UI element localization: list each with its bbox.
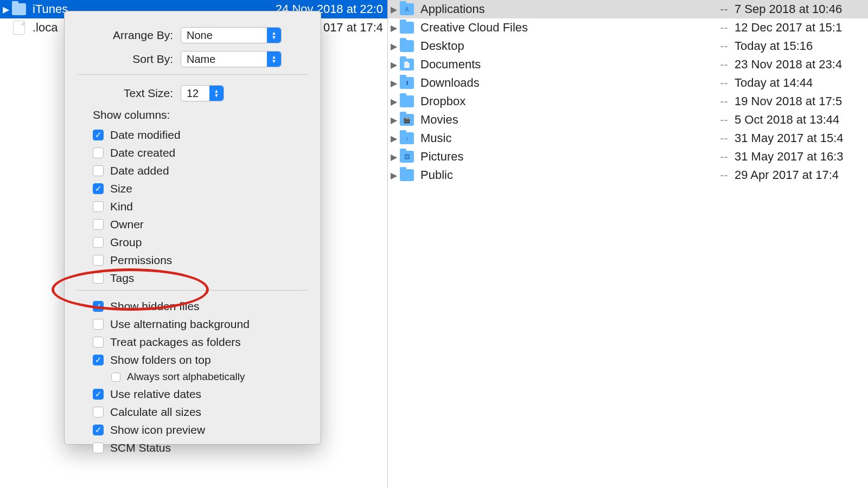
view-option[interactable]: Calculate all sizes: [93, 403, 308, 421]
option-label: Group: [110, 236, 142, 249]
column-option[interactable]: Owner: [93, 215, 308, 233]
folder-icon: [12, 3, 26, 15]
file-row[interactable]: ▶⬇Downloads--Today at 14:44: [388, 74, 868, 92]
checkbox[interactable]: [93, 219, 104, 230]
view-option[interactable]: SCM Status: [93, 439, 308, 457]
option-label: Tags: [110, 272, 134, 285]
checkbox[interactable]: [93, 165, 104, 176]
option-label: Size: [110, 182, 132, 195]
view-option[interactable]: Always sort alphabetically: [93, 369, 308, 385]
disclosure-triangle-icon[interactable]: ▶: [388, 133, 400, 144]
text-size-select[interactable]: 12 ▲▼: [181, 85, 224, 101]
disclosure-triangle-icon[interactable]: ▶: [388, 115, 400, 125]
disclosure-triangle-icon[interactable]: ▶: [388, 170, 400, 181]
view-option[interactable]: Show folders on top: [93, 351, 308, 369]
view-option[interactable]: Use alternating background: [93, 315, 308, 333]
file-size: --: [695, 39, 728, 53]
file-row[interactable]: ▶Dropbox--19 Nov 2018 at 17:5: [388, 92, 868, 111]
checkbox[interactable]: [93, 425, 104, 435]
left-file-pane: ▶ iTunes 24 Nov 2018 at 22:0 .loca 017 a…: [0, 0, 388, 488]
checkbox[interactable]: [111, 373, 120, 382]
file-name: Creative Cloud Files: [420, 21, 695, 35]
file-size: --: [695, 21, 728, 35]
column-option[interactable]: Size: [93, 179, 308, 197]
checkbox[interactable]: [93, 130, 104, 140]
option-label: Show icon preview: [110, 423, 205, 436]
disclosure-triangle-icon[interactable]: ▶: [388, 78, 400, 88]
file-row[interactable]: ▶AApplications--7 Sep 2018 at 10:46: [388, 0, 868, 18]
file-row[interactable]: ▶Creative Cloud Files--12 Dec 2017 at 15…: [388, 18, 868, 37]
option-label: Show hidden files: [110, 300, 200, 313]
file-row[interactable]: ▶📄Documents--23 Nov 2018 at 23:4: [388, 55, 868, 74]
folder-icon: 🎬: [400, 114, 414, 126]
file-name: Applications: [420, 2, 695, 16]
view-option[interactable]: Use relative dates: [93, 385, 308, 403]
file-row[interactable]: ▶🎬Movies--5 Oct 2018 at 13:44: [388, 111, 868, 129]
checkbox[interactable]: [93, 255, 104, 266]
column-option[interactable]: Date added: [93, 162, 308, 179]
chevron-up-down-icon: ▲▼: [267, 52, 281, 67]
view-option[interactable]: Show hidden files: [93, 297, 308, 315]
file-size: --: [695, 2, 728, 16]
disclosure-triangle-icon[interactable]: ▶: [388, 60, 400, 70]
checkbox[interactable]: [93, 201, 104, 212]
file-size: --: [695, 131, 728, 145]
show-columns-heading: Show columns:: [78, 105, 308, 126]
column-option[interactable]: Permissions: [93, 251, 308, 269]
sort-by-select[interactable]: Name ▲▼: [181, 51, 282, 67]
file-date: 12 Dec 2017 at 15:1: [728, 21, 864, 35]
column-option[interactable]: Date modified: [93, 126, 308, 144]
checkbox[interactable]: [93, 389, 104, 400]
file-row[interactable]: ▶Desktop--Today at 15:16: [388, 37, 868, 55]
column-option[interactable]: Tags: [93, 269, 308, 287]
column-option[interactable]: Date created: [93, 144, 308, 162]
file-name: Music: [420, 131, 695, 145]
checkbox[interactable]: [93, 355, 104, 365]
file-name: Movies: [420, 113, 695, 127]
file-row[interactable]: ▶🖼Pictures--31 May 2017 at 16:3: [388, 147, 868, 166]
disclosure-triangle-icon[interactable]: ▶: [388, 23, 400, 33]
folder-icon: 📄: [400, 59, 414, 70]
disclosure-triangle-icon[interactable]: ▶: [0, 4, 12, 15]
checkbox[interactable]: [93, 337, 104, 348]
file-date: 29 Apr 2017 at 17:4: [728, 168, 864, 182]
disclosure-triangle-icon[interactable]: ▶: [388, 152, 400, 162]
file-name: Pictures: [420, 150, 695, 164]
checkbox[interactable]: [93, 301, 104, 312]
arrange-by-select[interactable]: None ▲▼: [181, 27, 282, 43]
option-label: Show folders on top: [110, 354, 211, 367]
option-label: Use relative dates: [110, 388, 201, 401]
checkbox[interactable]: [93, 407, 104, 418]
checkbox[interactable]: [93, 183, 104, 194]
file-date: 7 Sep 2018 at 10:46: [728, 2, 864, 16]
checkbox[interactable]: [93, 319, 104, 330]
checkbox[interactable]: [93, 273, 104, 284]
document-icon: [13, 21, 25, 35]
folder-icon: 🖼: [400, 151, 414, 163]
file-date: 31 May 2017 at 16:3: [728, 150, 864, 164]
file-size: --: [695, 150, 728, 164]
file-row[interactable]: ▶♪Music--31 May 2017 at 15:4: [388, 129, 868, 147]
checkbox[interactable]: [93, 442, 104, 453]
disclosure-triangle-icon[interactable]: ▶: [388, 4, 400, 15]
option-label: Calculate all sizes: [110, 406, 201, 419]
column-option[interactable]: Group: [93, 233, 308, 251]
folder-icon: ♪: [400, 132, 414, 144]
option-label: Use alternating background: [110, 318, 250, 331]
select-value: Name: [187, 53, 215, 66]
chevron-up-down-icon: ▲▼: [267, 28, 281, 43]
column-option[interactable]: Kind: [93, 197, 308, 215]
disclosure-triangle-icon[interactable]: ▶: [388, 41, 400, 52]
checkbox[interactable]: [93, 237, 104, 248]
option-label: Date added: [110, 164, 169, 177]
sort-by-label: Sort By:: [78, 53, 181, 66]
right-file-pane: ▶AApplications--7 Sep 2018 at 10:46▶Crea…: [388, 0, 868, 488]
view-options-panel: Arrange By: None ▲▼ Sort By: Name ▲▼ Tex…: [64, 11, 321, 445]
file-row[interactable]: ▶Public--29 Apr 2017 at 17:4: [388, 166, 868, 184]
folder-icon: [400, 22, 414, 34]
view-option[interactable]: Treat packages as folders: [93, 333, 308, 351]
view-option[interactable]: Show icon preview: [93, 421, 308, 439]
checkbox[interactable]: [93, 147, 104, 158]
file-name: Desktop: [420, 39, 695, 53]
disclosure-triangle-icon[interactable]: ▶: [388, 97, 400, 107]
